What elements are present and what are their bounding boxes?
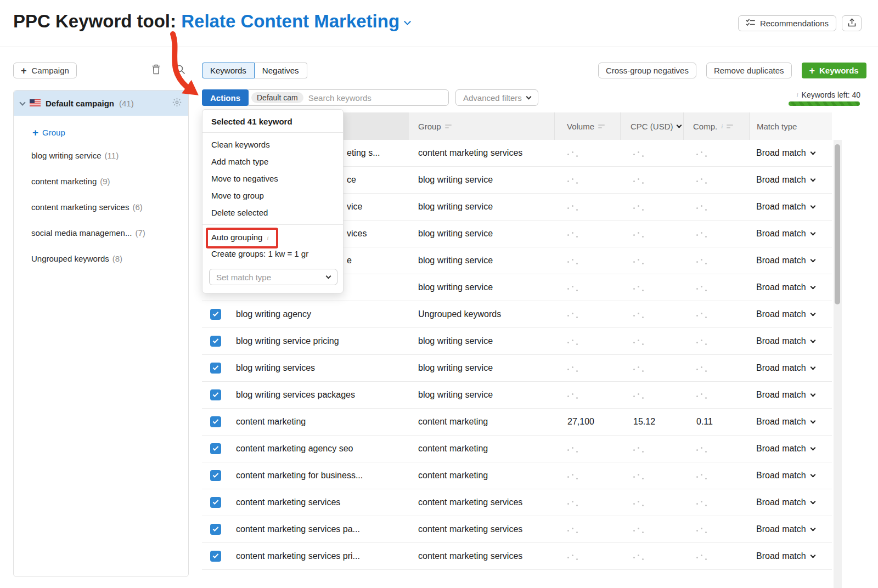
column-header-match-type[interactable]: Match type [749, 112, 832, 140]
cross-group-negatives-button[interactable]: Cross-group negatives [598, 63, 696, 78]
vertical-scrollbar[interactable] [834, 140, 842, 588]
no-data-dots [567, 477, 578, 478]
set-match-type-select[interactable]: Set match type [209, 269, 337, 285]
add-campaign-button[interactable]: + Campaign [13, 63, 77, 78]
column-header-group[interactable]: Group [409, 112, 554, 140]
match-type-dropdown[interactable]: Broad match [749, 390, 832, 400]
match-type-dropdown[interactable]: Broad match [749, 256, 832, 265]
scrollbar-thumb[interactable] [835, 144, 840, 304]
match-type-dropdown[interactable]: Broad match [749, 497, 832, 507]
match-type-dropdown[interactable]: Broad match [749, 471, 832, 480]
group-cell: blog writing service [409, 229, 554, 239]
row-checkbox-checked[interactable] [210, 416, 221, 427]
group-cell: blog writing service [409, 390, 554, 400]
campaign-node[interactable]: Default campaign (41) [14, 91, 188, 116]
search-placeholder: Search keywords [308, 93, 372, 103]
match-type-dropdown[interactable]: Broad match [749, 417, 832, 427]
match-type-dropdown[interactable]: Broad match [749, 363, 832, 373]
add-group-button[interactable]: + Group [32, 128, 188, 137]
cpc-cell: 15.12 [620, 417, 683, 427]
row-checkbox-checked[interactable] [210, 497, 221, 508]
match-type-dropdown[interactable]: Broad match [749, 551, 832, 561]
menu-item-create-groups[interactable]: Create groups: 1 kw = 1 gr [202, 247, 343, 263]
column-header-comp[interactable]: Comp. i [683, 112, 749, 140]
match-type-dropdown[interactable]: Broad match [749, 309, 832, 319]
checkbox-cell [202, 336, 236, 347]
project-selector[interactable]: Relate Content Marketing [181, 11, 410, 31]
comp-cell [683, 202, 749, 212]
match-type-dropdown[interactable]: Broad match [749, 148, 832, 158]
group-name: social media managemen... [31, 228, 132, 238]
comp-cell [683, 390, 749, 400]
remove-duplicates-button[interactable]: Remove duplicates [706, 63, 792, 78]
search-icon[interactable] [175, 64, 185, 77]
row-checkbox-checked[interactable] [210, 363, 221, 374]
row-checkbox-checked[interactable] [210, 389, 221, 400]
trash-icon[interactable] [151, 64, 161, 77]
menu-item[interactable]: Move to negatives [202, 170, 343, 187]
match-type-dropdown[interactable]: Broad match [749, 282, 832, 292]
group-list-item[interactable]: content marketing (9) [14, 168, 188, 194]
table-row: content marketing for business... conten… [202, 462, 832, 489]
sort-icon [598, 122, 605, 131]
table-row: content marketing services pri... conten… [202, 543, 832, 570]
menu-item[interactable]: Delete selected [202, 204, 343, 221]
actions-button[interactable]: Actions [202, 89, 249, 106]
group-list-item[interactable]: blog writing service (11) [14, 143, 188, 168]
menu-item-auto-grouping[interactable]: Auto grouping i [202, 227, 343, 247]
row-checkbox-checked[interactable] [210, 524, 221, 535]
volume-cell [554, 363, 620, 373]
row-checkbox-checked[interactable] [210, 551, 221, 562]
checkbox-cell [202, 551, 236, 562]
tab-negatives[interactable]: Negatives [255, 63, 307, 78]
group-list-item[interactable]: social media managemen... (7) [14, 220, 188, 246]
chevron-down-icon [810, 553, 815, 558]
menu-item[interactable]: Clean keywords [202, 136, 343, 153]
group-list-item[interactable]: Ungrouped keywords (8) [14, 246, 188, 272]
tab-keywords[interactable]: Keywords [202, 63, 255, 78]
menu-item[interactable]: Add match type [202, 153, 343, 170]
advanced-filters-button[interactable]: Advanced filters [455, 89, 538, 106]
column-header-cpc[interactable]: CPC (USD) [620, 112, 683, 140]
group-cell: content marketing [409, 471, 554, 480]
row-checkbox-checked[interactable] [210, 336, 221, 347]
volume-cell [554, 202, 620, 212]
checkbox-cell [202, 443, 236, 454]
row-checkbox-checked[interactable] [210, 443, 221, 454]
gear-icon[interactable] [172, 98, 182, 109]
match-type-dropdown[interactable]: Broad match [749, 229, 832, 239]
match-type-dropdown[interactable]: Broad match [749, 202, 832, 212]
group-cell: blog writing service [409, 202, 554, 212]
add-keywords-button[interactable]: + Keywords [802, 63, 866, 78]
export-button[interactable] [842, 15, 862, 31]
selected-count-header: Selected 41 keyword [202, 110, 343, 132]
row-checkbox-checked[interactable] [210, 309, 221, 320]
menu-item[interactable]: Move to group [202, 187, 343, 204]
cpc-cell [620, 551, 683, 561]
group-cell: content marketing services [409, 551, 554, 561]
match-type-dropdown[interactable]: Broad match [749, 444, 832, 454]
cpc-cell [620, 229, 683, 239]
no-data-dots [633, 530, 644, 532]
no-data-dots [696, 396, 707, 398]
recommendations-button[interactable]: Recommendations [738, 15, 836, 31]
row-checkbox-checked[interactable] [210, 470, 221, 481]
match-type-dropdown[interactable]: Broad match [749, 175, 832, 185]
no-data-dots [633, 181, 644, 183]
campaign-filter-chip[interactable]: Default cam [251, 92, 303, 103]
volume-cell: 27,100 [554, 417, 620, 427]
keyword-cell: content marketing services [236, 497, 409, 507]
chevron-down-icon [810, 177, 815, 182]
group-list-item[interactable]: content marketing services (6) [14, 194, 188, 220]
campaign-toolbar: + Campaign [13, 63, 189, 79]
sort-desc-icon [676, 123, 682, 128]
group-name: blog writing service [31, 151, 102, 160]
match-type-dropdown[interactable]: Broad match [749, 524, 832, 534]
comp-cell [683, 551, 749, 561]
plus-icon: + [32, 129, 38, 137]
match-type-dropdown[interactable]: Broad match [749, 336, 832, 346]
column-header-volume[interactable]: Volume [554, 112, 620, 140]
keyword-cell: blog writing services [236, 363, 409, 373]
search-input[interactable]: Default cam Search keywords [246, 89, 449, 106]
volume-cell [554, 309, 620, 319]
